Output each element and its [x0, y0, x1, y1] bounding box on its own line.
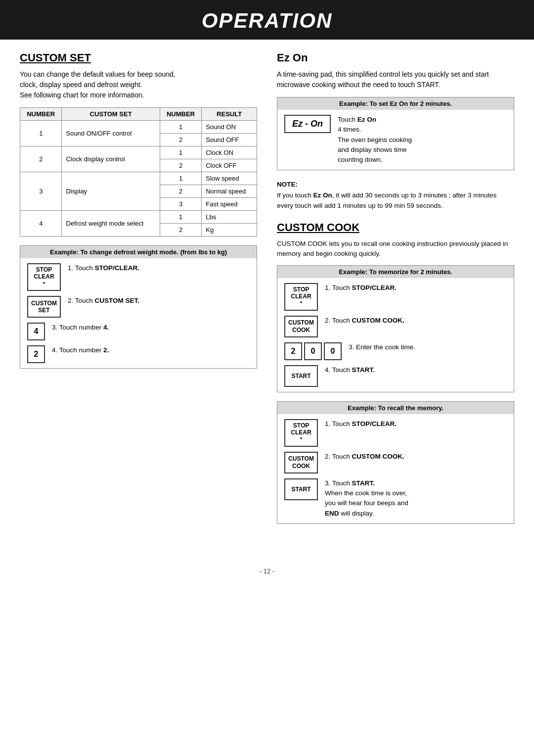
custom-set-button: CUSTOMSET: [27, 296, 61, 318]
table-row: 3 Display 1 Slow speed: [20, 172, 257, 185]
custom-set-intro: You can change the default values for be…: [20, 69, 257, 100]
stop-clear-button-left: STOPCLEAR: [27, 263, 61, 291]
recall-step-1: STOPCLEAR 1. Touch STOP/CLEAR.: [284, 419, 507, 447]
custom-set-title: CUSTOM SET: [20, 51, 257, 64]
memorize-example-header: Example: To memorize for 2 minutes.: [277, 266, 514, 278]
num-0-time-2: 0: [324, 342, 342, 360]
right-column: Ez On A time-saving pad, this simplified…: [277, 51, 514, 533]
custom-cook-button-recall: CUSTOMCOOK: [284, 452, 318, 473]
example-step-4: 2 4. Touch number 2.: [27, 345, 250, 363]
table-row: 4 Defrost weight mode select 1 Lbs: [20, 211, 257, 224]
page-title: OPERATION: [0, 9, 534, 33]
example-step-2: CUSTOMSET 2. Touch CUSTOM SET.: [27, 296, 250, 318]
ez-on-section: Ez On A time-saving pad, this simplified…: [277, 51, 514, 211]
ez-on-note: NOTE: If you touch Ez On, it will add 30…: [277, 179, 514, 211]
recall-example-header: Example: To recall the memory.: [277, 402, 514, 414]
recall-step-2: CUSTOMCOOK 2. Touch CUSTOM COOK.: [284, 452, 507, 473]
stop-clear-button-memorize: STOPCLEAR: [284, 283, 318, 311]
col-header-number2: NUMBER: [160, 108, 201, 121]
memorize-step-4: START 4. Touch START.: [284, 365, 507, 387]
num-2-time: 2: [284, 342, 302, 360]
page-content: CUSTOM SET You can change the default va…: [0, 51, 534, 553]
memorize-step-1: STOPCLEAR 1. Touch STOP/CLEAR.: [284, 283, 507, 311]
start-button-memorize: START: [284, 365, 318, 387]
recall-example-body: STOPCLEAR 1. Touch STOP/CLEAR. CUSTOMCOO…: [277, 414, 514, 523]
ez-on-example-row: Ez - On Touch Ez On 4 times. The oven be…: [284, 115, 507, 165]
start-button-recall: START: [284, 478, 318, 500]
page-header: OPERATION: [0, 0, 534, 40]
ez-on-example-box: Example: To set Ez On for 2 minutes. Ez …: [277, 97, 514, 170]
example-defrost-box: Example: To change defrost weight mode. …: [20, 245, 257, 369]
col-header-custom-set: CUSTOM SET: [62, 108, 160, 121]
num-0-time-1: 0: [304, 342, 322, 360]
recall-step-3: START 3. Touch START. When the cook time…: [284, 478, 507, 519]
left-column: CUSTOM SET You can change the default va…: [20, 51, 257, 378]
custom-set-table: NUMBER CUSTOM SET NUMBER RESULT 1 Sound …: [20, 107, 257, 236]
ez-on-intro: A time-saving pad, this simplified contr…: [277, 69, 514, 90]
col-header-result: RESULT: [202, 108, 257, 121]
number-4-button: 4: [27, 323, 45, 340]
custom-cook-title: CUSTOM COOK: [277, 221, 514, 234]
example-defrost-body: STOPCLEAR 1. Touch STOP/CLEAR. CUSTOMSET…: [20, 258, 257, 368]
page-number: - 12 -: [260, 567, 274, 575]
table-row: 2 Clock display control 1 Clock ON: [20, 146, 257, 159]
time-buttons: 2 0 0: [284, 342, 342, 360]
example-step-3: 4 3. Touch number 4.: [27, 323, 250, 340]
col-header-number: NUMBER: [20, 108, 62, 121]
memorize-example-body: STOPCLEAR 1. Touch STOP/CLEAR. CUSTOMCOO…: [277, 278, 514, 392]
example-step-1: STOPCLEAR 1. Touch STOP/CLEAR.: [27, 263, 250, 291]
memorize-example-box: Example: To memorize for 2 minutes. STOP…: [277, 265, 514, 392]
ez-on-title: Ez On: [277, 51, 514, 64]
memorize-step-2: CUSTOMCOOK 2. Touch CUSTOM COOK.: [284, 316, 507, 337]
recall-example-box: Example: To recall the memory. STOPCLEAR…: [277, 401, 514, 524]
number-2-button-left: 2: [27, 345, 45, 363]
page-footer: - 12 -: [0, 567, 534, 575]
memorize-step-3: 2 0 0 3. Enter the cook time.: [284, 342, 507, 360]
ez-on-example-body: Ez - On Touch Ez On 4 times. The oven be…: [277, 110, 514, 170]
stop-clear-button-recall: STOPCLEAR: [284, 419, 318, 447]
example-defrost-header: Example: To change defrost weight mode. …: [20, 246, 257, 258]
ez-on-example-header: Example: To set Ez On for 2 minutes.: [277, 97, 514, 110]
table-row: 1 Sound ON/OFF control 1 Sound ON: [20, 121, 257, 134]
custom-cook-intro: CUSTOM COOK lets you to recall one cooki…: [277, 239, 514, 259]
ez-on-button: Ez - On: [284, 115, 331, 133]
custom-cook-button-memorize: CUSTOMCOOK: [284, 316, 318, 337]
custom-cook-section: CUSTOM COOK CUSTOM COOK lets you to reca…: [277, 221, 514, 524]
two-column-layout: CUSTOM SET You can change the default va…: [20, 51, 514, 533]
